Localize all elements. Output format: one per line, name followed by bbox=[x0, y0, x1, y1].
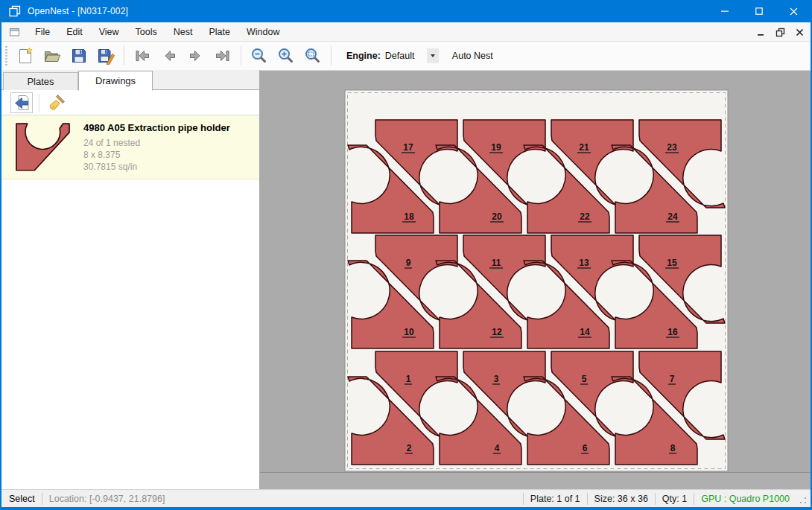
mdi-minimize-icon bbox=[756, 28, 765, 36]
tab-drawings[interactable]: Drawings bbox=[78, 71, 153, 91]
statusbar-separator bbox=[587, 493, 588, 505]
zoom-in-button[interactable] bbox=[274, 45, 298, 67]
part-label-12: 12 bbox=[492, 327, 502, 337]
resize-grip-icon[interactable] bbox=[797, 496, 808, 506]
drawings-panel-toolbar bbox=[1, 90, 259, 115]
part-label-7: 7 bbox=[670, 374, 675, 384]
part-label-15: 15 bbox=[667, 258, 677, 268]
panel-tab-strip: Plates Drawings bbox=[1, 70, 260, 90]
auto-nest-button[interactable]: Auto Nest bbox=[446, 47, 499, 65]
menu-item-edit[interactable]: Edit bbox=[58, 23, 91, 41]
window-title: OpenNest - [N0317-002] bbox=[28, 6, 128, 16]
new-document-button[interactable] bbox=[13, 45, 37, 67]
chevron-down-icon bbox=[431, 54, 435, 57]
close-icon bbox=[790, 7, 798, 16]
return-part-button[interactable] bbox=[10, 92, 33, 113]
engine-select-value[interactable]: Default bbox=[385, 51, 427, 61]
status-gpu: GPU : Quadro P1000 bbox=[701, 494, 790, 504]
tab-plates[interactable]: Plates bbox=[3, 72, 78, 90]
zoom-out-button[interactable] bbox=[247, 45, 271, 67]
maximize-button[interactable] bbox=[742, 0, 776, 22]
drawings-panel: 4980 A05 Extraction pipe holder 24 of 1 … bbox=[1, 90, 260, 489]
menu-item-plate[interactable]: Plate bbox=[200, 23, 238, 41]
menu-item-tools[interactable]: Tools bbox=[127, 23, 165, 41]
part-label-21: 21 bbox=[579, 142, 589, 153]
clear-nest-button[interactable] bbox=[45, 92, 68, 113]
panel-toolbar-separator bbox=[39, 94, 39, 112]
open-folder-icon bbox=[43, 47, 61, 65]
broom-icon bbox=[48, 94, 66, 112]
part-label-22: 22 bbox=[580, 211, 590, 222]
zoom-fit-button[interactable] bbox=[301, 45, 325, 67]
zoom-in-icon bbox=[277, 47, 295, 65]
part-label-11: 11 bbox=[492, 258, 501, 268]
statusbar-separator bbox=[42, 493, 42, 505]
save-as-button[interactable] bbox=[94, 45, 118, 67]
maximize-icon bbox=[755, 7, 763, 15]
go-first-button[interactable] bbox=[130, 45, 154, 67]
part-label-1: 1 bbox=[406, 374, 411, 384]
part-label-14: 14 bbox=[580, 327, 590, 337]
menu-item-nest[interactable]: Nest bbox=[165, 23, 201, 41]
canvas-horizontal-scrollbar[interactable] bbox=[260, 472, 812, 489]
go-previous-icon bbox=[160, 47, 178, 65]
title-bar: OpenNest - [N0317-002] bbox=[1, 0, 811, 22]
part-label-23: 23 bbox=[667, 142, 677, 153]
status-size: Size: 36 x 36 bbox=[594, 494, 648, 504]
status-qty: Qty: 1 bbox=[662, 494, 687, 504]
go-next-button[interactable] bbox=[184, 45, 208, 67]
save-button[interactable] bbox=[67, 45, 91, 67]
toolbar-grip[interactable] bbox=[5, 46, 7, 66]
menu-item-file[interactable]: File bbox=[27, 23, 58, 41]
nest-canvas[interactable]: 171921231820222491113151012141613572468 bbox=[260, 71, 812, 472]
part-label-9: 9 bbox=[406, 258, 411, 268]
mdi-document-icon bbox=[9, 26, 21, 38]
go-last-button[interactable] bbox=[211, 45, 235, 67]
toolbar-separator bbox=[124, 46, 124, 66]
minimize-button[interactable] bbox=[708, 0, 742, 22]
statusbar-separator bbox=[694, 493, 694, 505]
status-location: Location: [-0.9437, 21.8796] bbox=[49, 494, 165, 504]
statusbar-separator bbox=[655, 493, 656, 505]
drawing-area: 30.7815 sq/in bbox=[83, 161, 253, 173]
zoom-out-icon bbox=[250, 47, 268, 65]
main-toolbar: Engine: Default Auto Nest bbox=[1, 42, 811, 71]
open-folder-button[interactable] bbox=[40, 45, 64, 67]
menu-item-window[interactable]: Window bbox=[238, 23, 288, 41]
part-label-4: 4 bbox=[495, 443, 500, 453]
part-label-18: 18 bbox=[404, 211, 414, 222]
part-thumbnail bbox=[12, 121, 74, 173]
status-bar: Select Location: [-0.9437, 21.8796] Plat… bbox=[1, 489, 811, 507]
mdi-restore-icon bbox=[775, 28, 785, 37]
menu-item-view[interactable]: View bbox=[91, 23, 127, 41]
statusbar-separator bbox=[523, 493, 524, 505]
menu-items: FileEditViewToolsNestPlateWindow bbox=[27, 23, 288, 41]
part-label-8: 8 bbox=[670, 443, 676, 453]
go-next-icon bbox=[187, 47, 205, 65]
engine-dropdown-button[interactable] bbox=[427, 48, 439, 63]
save-icon bbox=[70, 47, 88, 65]
mdi-restore-button[interactable] bbox=[773, 25, 787, 39]
mdi-close-button[interactable] bbox=[793, 25, 806, 39]
drawing-nested-count: 24 of 1 nested bbox=[83, 137, 253, 149]
go-previous-button[interactable] bbox=[157, 45, 181, 67]
app-icon bbox=[9, 5, 21, 17]
mdi-minimize-button[interactable] bbox=[754, 25, 767, 39]
part-label-19: 19 bbox=[491, 142, 501, 153]
toolbar-separator bbox=[241, 46, 241, 66]
part-label-2: 2 bbox=[407, 443, 412, 453]
part-label-5: 5 bbox=[582, 374, 587, 384]
close-button[interactable] bbox=[776, 0, 811, 22]
part-label-24: 24 bbox=[667, 211, 678, 222]
part-label-13: 13 bbox=[579, 258, 589, 268]
drawing-size: 8 x 8.375 bbox=[83, 149, 253, 161]
return-part-icon bbox=[13, 94, 31, 112]
new-document-icon bbox=[16, 47, 34, 65]
minimize-icon bbox=[721, 7, 729, 15]
engine-label: Engine: bbox=[346, 51, 381, 61]
zoom-fit-icon bbox=[304, 47, 322, 65]
part-label-16: 16 bbox=[667, 327, 678, 337]
drawing-list-item[interactable]: 4980 A05 Extraction pipe holder 24 of 1 … bbox=[1, 115, 259, 179]
status-plate: Plate: 1 of 1 bbox=[530, 494, 580, 504]
menu-bar: FileEditViewToolsNestPlateWindow bbox=[1, 22, 811, 42]
